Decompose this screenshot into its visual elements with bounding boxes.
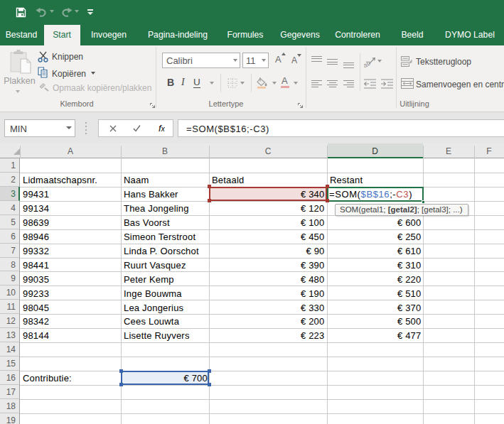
svg-text:ab: ab [364, 58, 372, 67]
